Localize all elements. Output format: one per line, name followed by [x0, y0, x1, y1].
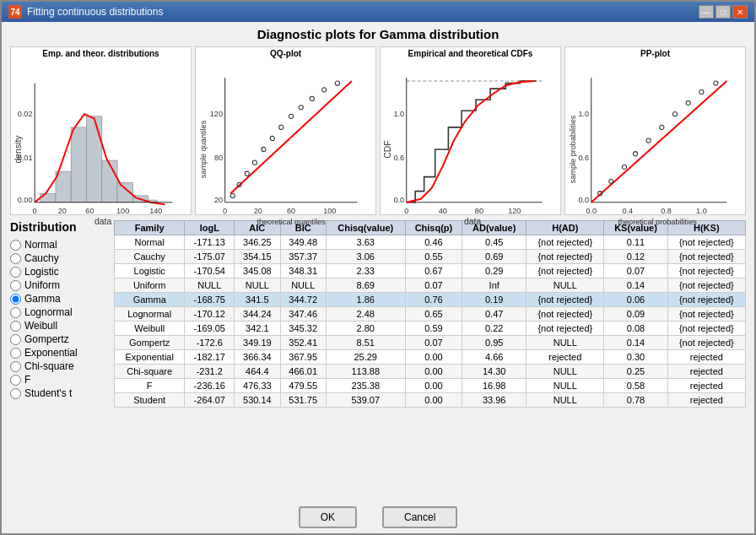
- table-section: Family logL AIC BIC Chisq(value) Chisq(p…: [114, 220, 746, 500]
- table-cell: Gompertz: [115, 336, 185, 350]
- radio-logistic[interactable]: Logistic: [10, 266, 107, 278]
- svg-rect-1: [40, 193, 56, 202]
- table-cell: NULL: [280, 278, 326, 293]
- table-cell: {not rejected}: [526, 250, 604, 264]
- radio-lognormal-input[interactable]: [10, 307, 21, 318]
- table-cell: 366.34: [235, 350, 280, 365]
- table-cell: 0.22: [462, 322, 526, 336]
- svg-point-27: [252, 160, 256, 165]
- table-cell: -169.05: [185, 322, 235, 336]
- radio-normal-input[interactable]: [10, 240, 21, 251]
- svg-text:60: 60: [287, 207, 295, 215]
- svg-rect-2: [56, 171, 71, 203]
- table-cell: 0.47: [462, 307, 526, 322]
- table-cell: 0.46: [405, 235, 462, 250]
- radio-weibull-input[interactable]: [10, 321, 21, 332]
- radio-cauchy[interactable]: Cauchy: [10, 252, 107, 264]
- table-row: UniformNULLNULLNULL8.690.07InfNULL0.14{n…: [115, 278, 746, 293]
- table-cell: 8.69: [326, 278, 405, 293]
- table-cell: 0.12: [604, 250, 667, 264]
- radio-weibull-label: Weibull: [24, 320, 57, 332]
- table-cell: rejected: [667, 350, 745, 365]
- table-cell: 466.01: [280, 365, 326, 379]
- plot-empirical-area: density: [13, 60, 189, 228]
- svg-text:120: 120: [210, 110, 223, 118]
- svg-point-67: [686, 101, 690, 105]
- radio-student-input[interactable]: [10, 388, 21, 399]
- table-cell: 0.45: [462, 235, 526, 250]
- table-cell: Weibull: [115, 322, 185, 336]
- table-cell: 479.55: [280, 379, 326, 393]
- table-row: Logistic-170.54345.08348.312.330.670.29{…: [115, 264, 746, 278]
- table-cell: 0.00: [405, 350, 462, 365]
- svg-point-24: [230, 193, 235, 197]
- radio-logistic-input[interactable]: [10, 267, 21, 278]
- table-cell: 0.65: [405, 307, 462, 322]
- table-cell: {not rejected}: [526, 235, 604, 250]
- table-cell: 352.41: [280, 336, 326, 350]
- table-cell: {not rejected}: [667, 250, 745, 264]
- radio-gamma[interactable]: Gamma: [10, 293, 107, 305]
- table-row: Lognormal-170.12344.24347.462.480.650.47…: [115, 307, 746, 322]
- table-cell: 0.06: [604, 293, 667, 307]
- table-cell: -168.75: [185, 293, 235, 307]
- table-cell: 0.00: [405, 393, 462, 408]
- svg-text:80: 80: [214, 154, 223, 162]
- table-cell: 0.29: [462, 264, 526, 278]
- window-controls: — □ ✕: [699, 5, 748, 19]
- table-cell: NULL: [185, 278, 235, 293]
- radio-gompertz-input[interactable]: [10, 334, 21, 345]
- radio-uniform-input[interactable]: [10, 280, 21, 291]
- minimize-button[interactable]: —: [699, 5, 714, 19]
- svg-line-59: [591, 81, 727, 203]
- table-cell: -231.2: [185, 365, 235, 379]
- plot-cdf-area: CDF 0 40 80 120: [382, 60, 559, 228]
- table-cell: Normal: [115, 235, 185, 250]
- radio-weibull[interactable]: Weibull: [10, 320, 107, 332]
- table-cell: -170.12: [185, 307, 235, 322]
- radio-lognormal[interactable]: Lognormal: [10, 306, 107, 318]
- radio-chi-square-input[interactable]: [10, 361, 21, 372]
- table-cell: 1.86: [326, 293, 405, 307]
- table-cell: 348.31: [280, 264, 326, 278]
- table-cell: F: [115, 379, 185, 393]
- svg-text:40: 40: [439, 207, 447, 215]
- radio-normal[interactable]: Normal: [10, 239, 107, 251]
- radio-chi-square[interactable]: Chi-square: [10, 360, 107, 372]
- radio-exponential-input[interactable]: [10, 348, 21, 359]
- table-cell: 235.38: [326, 379, 405, 393]
- svg-text:60: 60: [85, 207, 94, 215]
- svg-point-31: [289, 114, 293, 118]
- radio-f-input[interactable]: [10, 375, 21, 386]
- close-button[interactable]: ✕: [732, 5, 748, 19]
- maximize-button[interactable]: □: [716, 5, 731, 19]
- svg-point-61: [609, 179, 613, 183]
- table-cell: {not rejected}: [667, 322, 745, 336]
- table-cell: NULL: [526, 278, 604, 293]
- table-cell: NULL: [526, 336, 604, 350]
- radio-uniform[interactable]: Uniform: [10, 279, 107, 291]
- radio-exponential[interactable]: Exponential: [10, 347, 107, 359]
- table-cell: 367.95: [280, 350, 326, 365]
- table-row: F-236.16476.33479.55235.380.0016.98NULL0…: [115, 379, 746, 393]
- svg-text:data: data: [94, 217, 112, 226]
- plot-cdf-title: Empirical and theoretical CDFs: [408, 49, 533, 58]
- radio-gamma-input[interactable]: [10, 294, 21, 305]
- svg-text:sample probabilities: sample probabilities: [569, 115, 577, 183]
- radio-cauchy-input[interactable]: [10, 253, 21, 264]
- table-cell: {not rejected}: [526, 307, 604, 322]
- ok-button[interactable]: OK: [299, 506, 357, 528]
- table-cell: 539.07: [326, 393, 405, 408]
- radio-student-label: Student's t: [24, 387, 72, 399]
- table-cell: 0.09: [604, 307, 667, 322]
- radio-student[interactable]: Student's t: [10, 387, 107, 399]
- table-cell: 8.51: [326, 336, 405, 350]
- svg-text:140: 140: [149, 207, 162, 215]
- svg-rect-4: [87, 116, 102, 203]
- radio-f[interactable]: F: [10, 374, 107, 386]
- radio-gompertz[interactable]: Gompertz: [10, 333, 107, 345]
- table-cell: {not rejected}: [667, 264, 745, 278]
- cancel-button[interactable]: Cancel: [382, 506, 457, 528]
- table-cell: Lognormal: [115, 307, 185, 322]
- plot-empirical: Emp. and theor. distributions density: [10, 46, 192, 215]
